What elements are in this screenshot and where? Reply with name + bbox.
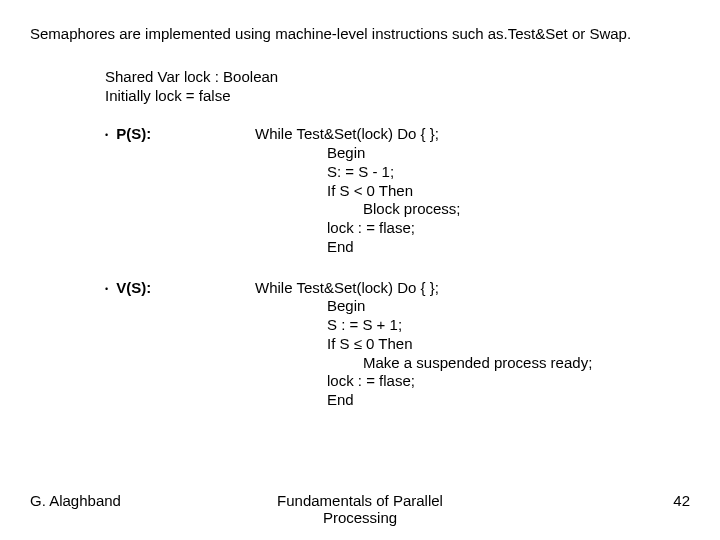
footer-title-line1: Fundamentals of Parallel [180,492,540,509]
intro-text: Semaphores are implemented using machine… [30,25,690,44]
p-label: • P(S): [105,125,255,142]
p-body: While Test&Set(lock) Do { }; Begin S: = … [255,125,461,256]
v-lock: lock : = flase; [255,372,592,391]
footer: G. Alaghband Fundamentals of Parallel Pr… [0,492,720,526]
decl-line-1: Shared Var lock : Boolean [105,68,690,87]
p-if: If S < 0 Then [255,182,461,201]
v-if: If S ≤ 0 Then [255,335,592,354]
p-lock: lock : = flase; [255,219,461,238]
v-body: While Test&Set(lock) Do { }; Begin S : =… [255,279,592,410]
footer-author: G. Alaghband [30,492,180,509]
footer-title-line2: Processing [180,509,540,526]
p-assign: S: = S - 1; [255,163,461,182]
v-end: End [255,391,592,410]
v-label-text: V(S): [116,279,151,296]
p-begin: Begin [255,144,461,163]
declaration-block: Shared Var lock : Boolean Initially lock… [105,68,690,106]
footer-page-number: 42 [540,492,690,509]
v-label: • V(S): [105,279,255,296]
p-action: Block process; [255,200,461,219]
v-begin: Begin [255,297,592,316]
p-end: End [255,238,461,257]
v-operation: • V(S): While Test&Set(lock) Do { }; Beg… [105,279,690,410]
v-action: Make a suspended process ready; [255,354,592,373]
footer-title: Fundamentals of Parallel Processing [180,492,540,526]
p-operation: • P(S): While Test&Set(lock) Do { }; Beg… [105,125,690,256]
v-while: While Test&Set(lock) Do { }; [255,279,592,298]
p-while: While Test&Set(lock) Do { }; [255,125,461,144]
v-assign: S : = S + 1; [255,316,592,335]
decl-line-2: Initially lock = false [105,87,690,106]
p-label-text: P(S): [116,125,151,142]
